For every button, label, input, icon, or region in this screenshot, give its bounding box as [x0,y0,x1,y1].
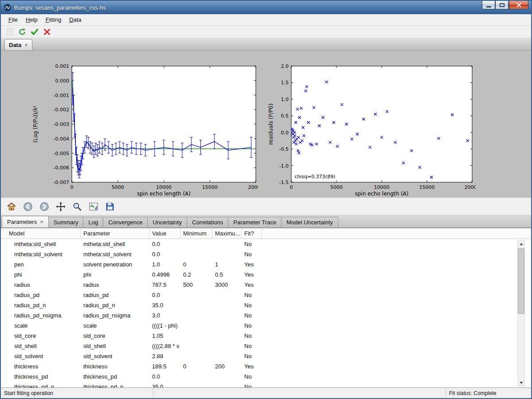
y-tick-label: -0.001 [54,93,69,98]
y-tick-label: 1.0 [281,97,289,102]
table-row-mtheta-sld_solvent[interactable]: mtheta:sld_solventmtheta:sld_solvent0.0N… [1,249,531,259]
document-button[interactable] [4,27,15,37]
tab-model-uncertainty[interactable]: Model Uncertainty [281,217,338,227]
cell-fit: No [242,372,262,382]
back-button[interactable] [22,200,34,213]
cell-minimum: 0.2 [180,270,212,280]
scrollbar-thumb[interactable] [518,248,524,314]
cell-maximum [212,331,242,341]
cell-parameter: sld_solvent [81,351,149,361]
x-tick-label: 15000 [419,184,435,190]
tab-close-icon[interactable]: × [24,42,28,48]
table-row-radius_pd_n[interactable]: radius_pd_nradius_pd_n35.0No [1,300,531,310]
scroll-up-button[interactable] [518,240,524,247]
maximize-button[interactable] [495,1,509,9]
cell-minimum [180,310,212,321]
residuals-plot[interactable]: 050001000015000200002.01.51.00.50.0-0.5-… [267,63,476,197]
close-icon [516,3,521,7]
y-tick-label: -0.007 [54,180,69,185]
zoom-button[interactable] [71,200,83,213]
tab-summary[interactable]: Summary [48,217,84,227]
table-row-radius_pd[interactable]: radius_pdradius_pd0.0No [1,290,531,300]
app-icon [4,4,12,12]
tab-correlations[interactable]: Correlations [187,217,228,227]
y-tick-label: -1.0 [279,163,289,169]
tab-label: Summary [54,219,78,226]
zoom-icon [72,201,82,212]
pan-button[interactable] [55,200,67,213]
y-tick-label: 0.5 [281,113,289,119]
vertical-scrollbar[interactable] [517,240,525,387]
tab-convergence[interactable]: Convergence [103,217,148,227]
table-row-sld_core[interactable]: sld_coresld_core1.05No [1,331,531,341]
tab-data[interactable]: Data × [4,39,32,50]
minimize-button[interactable] [482,1,495,9]
menu-file[interactable]: File [4,15,22,24]
cell-fit: Yes [242,280,262,290]
x-axis-label: spin echo length (A) [137,191,191,197]
column-header-parameter[interactable]: Parameter [81,228,149,239]
menu-help[interactable]: Help [22,15,42,24]
cell-fit: No [242,239,262,249]
cell-minimum [180,249,212,259]
status-message: Start fitting operation [1,388,153,398]
table-row-scale[interactable]: scalescale((((1 - phi)No [1,321,531,331]
table-row-thickness[interactable]: thicknessthickness189.50200Yes [1,361,531,372]
reload-button[interactable] [17,27,27,37]
cell-fit: No [242,331,262,341]
cell-model: thickness [1,361,81,372]
tab-label: Parameters [7,219,37,225]
tab-parameter-trace[interactable]: Parameter Trace [228,217,282,227]
table-row-phi[interactable]: phiphi0.49960.20.5Yes [1,270,531,280]
forward-button[interactable] [38,200,51,213]
maximize-icon [500,3,505,7]
table-row-mtheta-sld_shell[interactable]: mtheta:sld_shellmtheta:sld_shell0.0No [1,239,531,249]
table-row-sld_shell[interactable]: sld_shellsld_shell((((2.88 * sNo [1,341,531,351]
x-axis-label: spin echo length (A) [355,191,408,197]
menu-data[interactable]: Data [65,15,85,24]
tab-label: Convergence [108,219,142,226]
menu-fitting[interactable]: Fitting [42,15,65,24]
chisq-annotation: chisq=0.373(89) [294,174,335,180]
cell-maximum: 1 [212,259,242,270]
start-fit-button[interactable] [29,27,40,37]
cell-parameter: thickness_pd_n [81,382,149,387]
table-row-radius[interactable]: radiusradius787.55003000Yes [1,280,531,290]
tab-uncertainty[interactable]: Uncertainty [147,217,187,227]
cell-value: 0.0 [149,249,180,259]
window-title: Bumps: sesans_parameters_css-hs [14,4,106,11]
cell-parameter: sld_shell [81,341,149,351]
cell-fit: No [242,382,262,387]
home-button[interactable] [5,200,18,213]
column-header-maximu[interactable]: Maximu... [212,228,242,239]
cell-maximum: 3000 [212,280,242,290]
save-button[interactable] [104,200,116,213]
plot-panel: 050001000015000200000.0010.000-0.001-0.0… [1,51,531,198]
fit-plot[interactable]: 050001000015000200000.0010.000-0.001-0.0… [31,63,258,197]
cell-minimum: 0 [180,259,212,270]
tab-log[interactable]: Log [83,217,103,227]
column-header-model[interactable]: Model [1,228,81,239]
close-button[interactable] [509,1,528,9]
tab-parameters[interactable]: Parameters× [2,216,49,227]
app-window: Bumps: sesans_parameters_css-hs FileHelp… [0,0,532,399]
column-header-fit?[interactable]: Fit? [242,228,262,239]
title-bar[interactable]: Bumps: sesans_parameters_css-hs [1,1,531,14]
cell-minimum [180,341,212,351]
table-row-pen[interactable]: pensolvent penetration1.001Yes [1,259,531,270]
cell-fit: No [242,351,262,361]
cell-model: radius_pd [1,290,81,300]
subplots-button[interactable] [87,200,100,213]
tab-close-icon[interactable]: × [40,219,43,225]
table-row-thickness_pd[interactable]: thickness_pdthickness_pd0.0No [1,372,531,382]
column-header-value[interactable]: Value [149,228,180,239]
table-row-thickness_pd_n[interactable]: thickness_pd_nthickness_pd_n35.0No [1,382,531,387]
y-axis-label: residuals (P/P0) [268,103,274,145]
table-row-sld_solvent[interactable]: sld_solventsld_solvent2.88No [1,351,531,361]
column-header-minimum[interactable]: Minimum [180,228,212,239]
home-icon [6,201,17,212]
cell-parameter: radius_pd_nsigma [81,310,149,321]
stop-fit-button[interactable] [42,27,52,37]
scroll-down-button[interactable] [518,379,524,386]
table-row-radius_pd_nsigma[interactable]: radius_pd_nsigmaradius_pd_nsigma3.0No [1,310,531,321]
